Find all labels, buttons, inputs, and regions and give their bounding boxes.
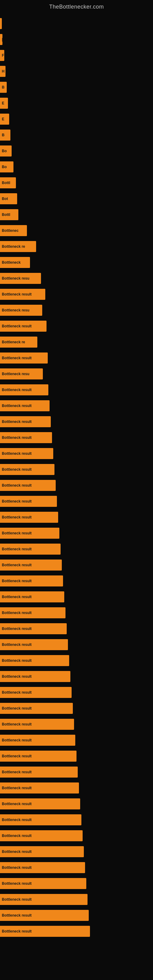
bar: Bottleneck result xyxy=(0,783,79,794)
bar-label: Bottleneck result xyxy=(2,659,32,663)
bar-row: Bottleneck result xyxy=(0,350,153,366)
bar-row: Bottleneck result xyxy=(0,477,153,493)
bar: Bottleneck result xyxy=(0,735,75,746)
bar-row: Bottleneck resu xyxy=(0,302,153,318)
bar: B xyxy=(0,82,7,93)
bar-row: Bottleneck result xyxy=(0,812,153,828)
bar: Bottleneck result xyxy=(0,767,78,778)
bar-label: Bottleneck result xyxy=(2,706,32,711)
bar-row: Bottleneck result xyxy=(0,637,153,652)
bar: Bottleneck result xyxy=(0,496,57,507)
bar-label: Bottleneck result xyxy=(2,531,32,535)
bar-label: Bottleneck result xyxy=(2,611,32,615)
bar: Bottleneck result xyxy=(0,814,81,825)
bar-row: B xyxy=(0,127,153,143)
bar-label: Bottleneck resu xyxy=(2,276,29,280)
bar: Bottleneck result xyxy=(0,862,85,873)
bar-row: H xyxy=(0,64,153,79)
bar: F xyxy=(0,50,4,61)
bar: Bottleneck result xyxy=(0,321,46,332)
bar: Bottleneck re xyxy=(0,337,37,348)
bar: Bottleneck result xyxy=(0,432,52,443)
bar-row: Bottleneck result xyxy=(0,891,153,907)
bar-row: Bottleneck result xyxy=(0,684,153,700)
bar-row: Bottleneck result xyxy=(0,732,153,748)
bar-label: E xyxy=(2,101,4,105)
bar-row: Bottleneck result xyxy=(0,748,153,764)
bar-row: Bottleneck result xyxy=(0,589,153,605)
bar: E xyxy=(0,98,8,109)
bar: Bottleneck resu xyxy=(0,368,43,379)
bar-row: Bottleneck result xyxy=(0,509,153,525)
bar-row: Bottleneck result xyxy=(0,764,153,780)
bar-row: Bo xyxy=(0,159,153,175)
bar-label: Bottleneck result xyxy=(2,834,32,838)
bar-row: E xyxy=(0,111,153,127)
bar: Bottleneck result xyxy=(0,480,56,491)
bar: Bottleneck result xyxy=(0,448,53,459)
bar-label: Bottleneck result xyxy=(2,356,32,360)
bar-row: Bottleneck result xyxy=(0,796,153,812)
bar: Bottleneck result xyxy=(0,512,58,523)
bar-row: Bottleneck re xyxy=(0,334,153,350)
bar-row: Bottleneck result xyxy=(0,286,153,302)
bar-label: Bottleneck result xyxy=(2,865,32,870)
bar-label: Bottleneck result xyxy=(2,499,32,503)
bar: Bottlenec xyxy=(0,225,27,236)
bar: Bottleneck result xyxy=(0,464,54,475)
bar: Bottleneck result xyxy=(0,830,83,841)
bar-label: Bottleneck result xyxy=(2,563,32,567)
bar-row: Bottleneck result xyxy=(0,541,153,557)
bar: Bottleneck result xyxy=(0,400,49,411)
bar-label: Bottleneck result xyxy=(2,913,32,918)
bar-row: Bottleneck result xyxy=(0,398,153,414)
bar: Bottleneck resu xyxy=(0,305,42,316)
bar-row: Bottl xyxy=(0,175,153,191)
bar-row: Bottlenec xyxy=(0,223,153,239)
bar-row: Bottleneck result xyxy=(0,414,153,430)
bar-row: Bottleneck resu xyxy=(0,270,153,286)
bar: Bottleneck result xyxy=(0,576,63,587)
bar: Bo xyxy=(0,161,13,172)
bar-label: Bottleneck result xyxy=(2,929,32,934)
bar-row: Bot xyxy=(0,191,153,207)
bar-label: Bottleneck result xyxy=(2,770,32,774)
bar-row: Bottleneck resu xyxy=(0,366,153,382)
bar: Bottleneck result xyxy=(0,544,61,555)
bar-row: Bottleneck result xyxy=(0,907,153,923)
bar-row: Bottleneck result xyxy=(0,445,153,461)
bar-label: Bottleneck result xyxy=(2,722,32,726)
bar: Bottleneck result xyxy=(0,289,45,300)
bar: Bottleneck resu xyxy=(0,273,41,284)
bar-row: | xyxy=(0,32,153,48)
bar-label: Bottleneck result xyxy=(2,515,32,519)
bar-label: Bottleneck resu xyxy=(2,308,29,312)
bar-label: Bottleneck re xyxy=(2,244,25,249)
bar-label: B xyxy=(2,85,5,89)
bar: Bottleneck result xyxy=(0,703,73,714)
bar-row: Bottleneck result xyxy=(0,780,153,796)
bar-row: Bottleneck result xyxy=(0,652,153,668)
bar-label: Bottleneck result xyxy=(2,436,32,440)
bar: | xyxy=(0,18,2,29)
bar-label: Bottleneck result xyxy=(2,850,32,854)
bar: Bottleneck result xyxy=(0,751,76,762)
site-title: TheBottlenecker.com xyxy=(0,0,153,13)
bar: Bottleneck result xyxy=(0,671,70,682)
bar-label: Bottleneck result xyxy=(2,690,32,695)
bar-row: Bottleneck result xyxy=(0,621,153,637)
bar-label: Bottl xyxy=(2,213,10,217)
bar-row: Bottl xyxy=(0,207,153,223)
bar-label: Bottleneck re xyxy=(2,340,25,344)
bar-row: Bottleneck result xyxy=(0,860,153,875)
bar-row: Bottleneck result xyxy=(0,557,153,573)
bar: H xyxy=(0,66,5,77)
bar: Bottleneck result xyxy=(0,799,80,810)
bar-label: Bottleneck result xyxy=(2,818,32,822)
bar: Bottleneck result xyxy=(0,560,62,571)
bar-row: Bo xyxy=(0,143,153,159)
bar-row: Bottleneck result xyxy=(0,668,153,684)
bar: Bottleneck result xyxy=(0,591,64,602)
bar: Bo xyxy=(0,145,12,156)
bar-row: F xyxy=(0,48,153,64)
